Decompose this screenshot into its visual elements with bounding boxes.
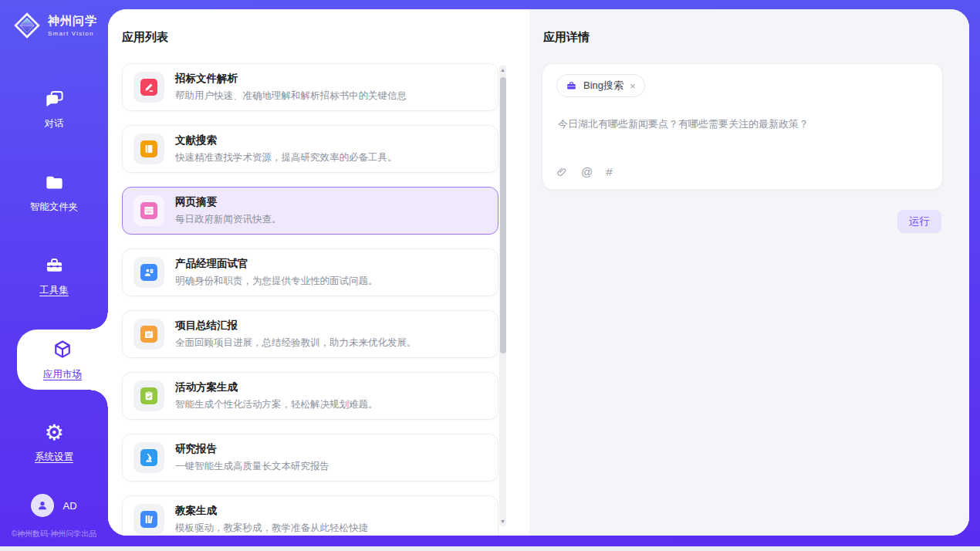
- sidebar-item-label: 智能文件夹: [30, 201, 79, 214]
- app-card-project-summary[interactable]: 项目总结汇报 全面回顾项目进展，总结经验教训，助力未来优化发展。: [122, 310, 498, 358]
- brand-diamond-icon: [12, 10, 42, 41]
- app-card-title: 项目总结汇报: [175, 319, 417, 333]
- tool-tag-bing-search[interactable]: Bing搜索 ×: [556, 74, 645, 97]
- app-card-title: 教案生成: [175, 504, 368, 518]
- app-icon-box: [133, 72, 164, 103]
- app-card-title: 产品经理面试官: [175, 257, 378, 271]
- clipboard-check-icon: [140, 387, 157, 404]
- sidebar: 神州问学 Smart Vision 对话 智能文件夹: [0, 0, 108, 546]
- user-initials: AD: [63, 500, 76, 512]
- app-card-desc: 明确身份和职责，为您提供专业性的面试问题。: [175, 275, 378, 288]
- close-icon[interactable]: ×: [630, 80, 636, 92]
- app-card-lesson-plan[interactable]: 教案生成 模板驱动，教案秒成，教学准备从此轻松快捷: [122, 495, 498, 536]
- app-card-title: 招标文件解析: [175, 72, 407, 86]
- app-card-title: 网页摘要: [175, 195, 282, 209]
- app-card-bid-doc-parsing[interactable]: 招标文件解析 帮助用户快速、准确地理解和解析招标书中的关键信息: [122, 63, 498, 111]
- app-card-desc: 模板驱动，教案秒成，教学准备从此轻松快捷: [175, 522, 368, 535]
- main-content: 应用列表 招标文件解析 帮助用户快速、准确地理解和解析招标书中的关键信息: [108, 9, 969, 536]
- gear-icon: ⚙: [44, 423, 63, 443]
- scroll-thumb[interactable]: [500, 77, 506, 353]
- sidebar-item-app-market[interactable]: 应用市场: [17, 330, 108, 390]
- app-icon-box: [133, 504, 164, 535]
- app-icon-box: [133, 257, 164, 288]
- cube-icon: [52, 339, 73, 360]
- app-card-title: 文献搜索: [175, 134, 397, 147]
- list-scrollbar[interactable]: ▲ ▼: [499, 65, 506, 526]
- prompt-input[interactable]: 今日湖北有哪些新闻要点？有哪些需要关注的最新政策？: [558, 117, 927, 132]
- calendar-note-icon: [140, 326, 157, 343]
- microscope-icon: [140, 449, 157, 466]
- paperclip-icon[interactable]: [556, 166, 568, 178]
- app-card-desc: 每日政府新闻资讯快查。: [175, 213, 282, 226]
- app-list: 招标文件解析 帮助用户快速、准确地理解和解析招标书中的关键信息 文献搜索 快速精…: [122, 63, 498, 536]
- browser-code-icon: [140, 202, 157, 219]
- sidebar-item-label: 系统设置: [35, 451, 73, 464]
- app-list-title: 应用列表: [122, 30, 168, 45]
- app-list-panel: 应用列表 招标文件解析 帮助用户快速、准确地理解和解析招标书中的关键信息: [108, 9, 529, 536]
- brand-name: 神州问学: [48, 14, 97, 29]
- avatar: [31, 494, 54, 517]
- app-card-research-report[interactable]: 研究报告 一键智能生成高质量长文本研究报告: [122, 434, 498, 482]
- app-card-title: 研究报告: [175, 442, 329, 456]
- user-profile[interactable]: AD: [0, 494, 108, 517]
- prompt-card: Bing搜索 × 今日湖北有哪些新闻要点？有哪些需要关注的最新政策？ @ #: [542, 63, 943, 190]
- sidebar-item-toolset[interactable]: 工具集: [0, 246, 108, 306]
- scroll-down-icon[interactable]: ▼: [499, 519, 506, 524]
- sidebar-item-label: 对话: [45, 117, 64, 130]
- run-button[interactable]: 运行: [897, 210, 941, 233]
- app-detail-title: 应用详情: [543, 30, 590, 45]
- attach-toolbar: @ #: [556, 165, 613, 178]
- app-icon-box: [133, 195, 164, 226]
- toolbox-icon: [44, 255, 65, 276]
- app-frame: 神州问学 Smart Vision 对话 智能文件夹: [0, 0, 980, 546]
- app-card-pm-interviewer[interactable]: 产品经理面试官 明确身份和职责，为您提供专业性的面试问题。: [122, 248, 498, 296]
- brand-logo: 神州问学 Smart Vision: [0, 0, 108, 41]
- app-icon-box: [133, 442, 164, 473]
- app-card-desc: 帮助用户快速、准确地理解和解析招标书中的关键信息: [175, 90, 407, 103]
- scroll-up-icon[interactable]: ▲: [499, 67, 506, 73]
- briefcase-icon: [566, 80, 577, 92]
- app-card-literature-search[interactable]: 文献搜索 快速精准查找学术资源，提高研究效率的必备工具。: [122, 125, 498, 173]
- books-icon: [140, 511, 157, 528]
- app-icon-box: [133, 380, 164, 411]
- hash-icon[interactable]: #: [606, 165, 612, 178]
- tool-tag-label: Bing搜索: [583, 79, 623, 93]
- sidebar-item-chat[interactable]: 对话: [0, 79, 108, 140]
- sidebar-item-label: 应用市场: [43, 368, 82, 381]
- person-icon: [36, 499, 49, 512]
- brand-subtitle: Smart Vision: [48, 30, 97, 37]
- app-detail-panel: 应用详情 Bing搜索 × 今日湖北有哪些新闻要点？有哪些需要关注的最新政策？: [529, 9, 969, 536]
- app-card-desc: 智能生成个性化活动方案，轻松解决规划难题。: [175, 398, 378, 411]
- at-icon[interactable]: @: [581, 165, 593, 178]
- copyright: ©神州数码·神州问学出品: [0, 529, 108, 539]
- sidebar-item-label: 工具集: [39, 284, 69, 297]
- doc-edit-icon: [140, 79, 157, 96]
- app-icon-box: [133, 319, 164, 350]
- folder-icon: [44, 172, 65, 193]
- app-card-web-summary[interactable]: 网页摘要 每日政府新闻资讯快查。: [122, 187, 498, 235]
- app-card-desc: 快速精准查找学术资源，提高研究效率的必备工具。: [175, 151, 397, 164]
- app-card-desc: 全面回顾项目进展，总结经验教训，助力未来优化发展。: [175, 336, 417, 350]
- app-card-title: 活动方案生成: [175, 380, 378, 394]
- chat-icon: [44, 89, 65, 110]
- app-card-event-plan[interactable]: 活动方案生成 智能生成个性化活动方案，轻松解决规划难题。: [122, 372, 498, 420]
- sidebar-nav: 对话 智能文件夹 工具集: [0, 79, 108, 473]
- app-card-desc: 一键智能生成高质量长文本研究报告: [175, 460, 329, 473]
- interviewer-icon: [140, 264, 157, 281]
- app-icon-box: [133, 134, 164, 164]
- book-icon: [140, 140, 157, 157]
- sidebar-item-settings[interactable]: ⚙ 系统设置: [0, 413, 108, 473]
- sidebar-item-smart-folder[interactable]: 智能文件夹: [0, 163, 108, 223]
